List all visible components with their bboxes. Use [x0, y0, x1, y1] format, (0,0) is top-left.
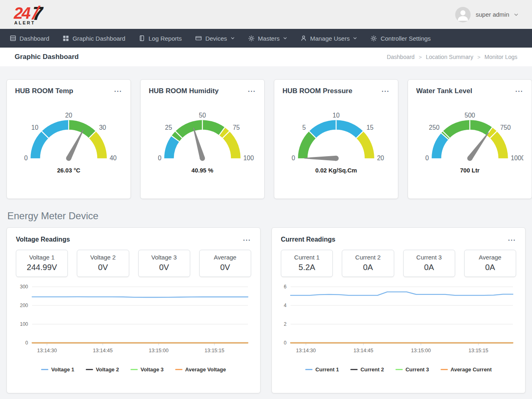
legend-item[interactable]: Voltage 3	[130, 366, 164, 373]
nav-label: Log Reports	[148, 35, 182, 42]
chevron-down-icon	[514, 13, 518, 16]
gauge-row: HUB ROOM Temp ••• 01020304026.03 °C HUB …	[7, 79, 525, 199]
stat-value: 0A	[405, 263, 453, 272]
card-menu-button[interactable]: •••	[515, 87, 523, 94]
stat-label: Current 2	[344, 254, 392, 261]
x-axis-label: 13:15:15	[204, 348, 224, 353]
gauge-segment	[445, 125, 489, 136]
gauge-segment	[92, 135, 102, 158]
gauge-segment	[489, 131, 503, 158]
x-axis-label: 13:14:30	[296, 348, 316, 353]
chart-card-title: Voltage Readings	[16, 236, 70, 243]
title-bar: Graphic Dashboard Dashboard > Location S…	[0, 48, 532, 66]
current-legend: Current 1Current 2Current 3Average Curre…	[281, 366, 516, 373]
y-axis-label: 0	[25, 340, 28, 346]
voltage-legend: Voltage 1Voltage 2Voltage 3Average Volta…	[16, 366, 251, 373]
nav-item-graphic-dashboard[interactable]: Graphic Dashboard	[56, 29, 132, 48]
legend-label: Current 1	[315, 366, 339, 373]
gauge-tick-label: 0	[24, 155, 28, 161]
user-menu[interactable]: super admin	[455, 7, 518, 22]
gauge-tick-label: 20	[65, 112, 72, 119]
legend-label: Current 2	[360, 366, 384, 373]
y-axis-label: 200	[20, 303, 28, 308]
nav-label: Graphic Dashboard	[72, 35, 125, 42]
nav-item-controller-settings[interactable]: Controller Settings	[364, 29, 437, 48]
gauge-segment	[436, 136, 445, 158]
stat-value: 0A	[344, 263, 392, 272]
gauge-needle	[304, 156, 339, 161]
gauge-card-title: HUB ROOM Temp	[15, 87, 73, 95]
nav-item-log-reports[interactable]: Log Reports	[132, 29, 189, 48]
card-menu-button[interactable]: •••	[382, 87, 390, 94]
nav-label: Masters	[258, 35, 280, 42]
voltage-chart: 010020030013:14:3013:14:4513:15:0013:15:…	[16, 282, 251, 363]
avatar	[455, 7, 471, 22]
legend-item[interactable]: Current 1	[305, 366, 339, 373]
chevron-down-icon	[231, 37, 235, 39]
gauge-value: 700 Ltr	[460, 167, 480, 174]
stat-box: Voltage 1244.99V	[16, 250, 68, 277]
breadcrumb-location-summary[interactable]: Location Summary	[426, 54, 473, 60]
gauge-card-hub-room-humidity: HUB ROOM Humidity ••• 025507510040.95 %	[140, 79, 265, 199]
nav-item-masters[interactable]: Masters	[241, 29, 294, 48]
stat-box: Current 15.2A	[281, 250, 333, 277]
gauge-tick-label: 30	[99, 124, 106, 131]
breadcrumb-monitor-logs[interactable]: Monitor Logs	[484, 54, 517, 60]
app-logo[interactable]: 24 7 ALERT	[14, 3, 51, 26]
card-menu-button[interactable]: •••	[243, 236, 251, 243]
nav-item-dashboard[interactable]: Dashboard	[3, 29, 56, 48]
gauge-card-hub-room-temp: HUB ROOM Temp ••• 01020304026.03 °C	[7, 79, 131, 199]
line-chart-svg: 024613:14:3013:14:4513:15:0013:15:15	[281, 282, 516, 363]
x-axis-label: 13:15:15	[469, 348, 489, 353]
stat-label: Voltage 3	[140, 254, 188, 261]
gauge-segment	[169, 139, 176, 158]
card-menu-button[interactable]: •••	[114, 87, 122, 94]
gauge-water-tank: 02505007501000700 Ltr	[416, 109, 523, 180]
legend-item[interactable]: Average Current	[441, 366, 492, 373]
chevron-down-icon	[283, 37, 287, 39]
legend-dash	[41, 369, 48, 370]
gauge-tick-label: 5	[302, 124, 306, 131]
stat-label: Voltage 1	[18, 254, 66, 261]
breadcrumb-dashboard[interactable]: Dashboard	[387, 54, 415, 60]
stat-box: Average0V	[199, 250, 251, 277]
user-silhouette-icon	[455, 7, 471, 22]
legend-dash	[175, 369, 182, 370]
legend-label: Voltage 3	[141, 366, 164, 373]
gauge-card-title: Water Tank Level	[416, 87, 472, 95]
gauge-segment	[35, 125, 69, 158]
logo-24-text: 24	[14, 4, 30, 22]
card-menu-button[interactable]: •••	[248, 87, 256, 94]
gauge-tick-label: 10	[332, 112, 340, 119]
card-menu-button[interactable]: •••	[508, 236, 516, 243]
stat-box: Current 20A	[342, 250, 394, 277]
nav-label: Devices	[205, 35, 227, 42]
gauge-pressure: 051015200.02 Kg/Sq.Cm	[282, 109, 390, 180]
nav-item-manage-users[interactable]: Manage Users	[294, 29, 364, 48]
gauge-segment	[222, 131, 236, 158]
legend-item[interactable]: Current 2	[350, 366, 384, 373]
nav-label: Manage Users	[310, 35, 350, 42]
gauge-tick-label: 0	[292, 155, 295, 161]
log-reports-icon	[139, 35, 145, 41]
gear-icon	[248, 35, 254, 41]
y-axis-label: 6	[284, 284, 287, 290]
y-axis-label: 300	[20, 284, 28, 290]
legend-item[interactable]: Current 3	[395, 366, 429, 373]
legend-item[interactable]: Voltage 2	[86, 366, 119, 373]
legend-dash	[86, 369, 93, 370]
legend-item[interactable]: Voltage 1	[41, 366, 74, 373]
nav-item-devices[interactable]: Devices	[189, 29, 241, 48]
nav-label: Controller Settings	[380, 35, 430, 42]
gauge-tick-label: 20	[377, 155, 384, 161]
devices-icon	[195, 35, 202, 41]
legend-item[interactable]: Average Voltage	[175, 366, 226, 373]
logo-alert-text: ALERT	[14, 20, 35, 25]
content: HUB ROOM Temp ••• 01020304026.03 °C HUB …	[0, 66, 532, 393]
stat-value: 5.2A	[283, 263, 331, 272]
stat-box: Voltage 30V	[138, 250, 190, 277]
gauge-tick-label: 750	[500, 124, 511, 131]
legend-dash	[441, 369, 448, 370]
legend-label: Voltage 1	[51, 366, 74, 373]
graphic-dashboard-icon	[63, 35, 69, 41]
